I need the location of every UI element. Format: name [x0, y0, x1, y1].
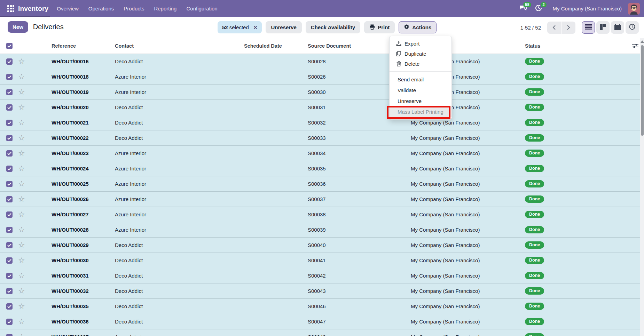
kanban-view-button[interactable] — [596, 21, 610, 34]
status-badge: Done — [525, 303, 544, 310]
menu-configuration[interactable]: Configuration — [183, 3, 221, 14]
list-view-button[interactable] — [582, 21, 595, 34]
menu-item-delete[interactable]: Delete — [390, 59, 451, 69]
menu-item-export[interactable]: Export — [390, 39, 451, 49]
table-row[interactable]: ☆ WH/OUT/00023 Azure Interior S00034 My … — [0, 146, 640, 161]
row-checkbox[interactable] — [6, 74, 13, 80]
table-row[interactable]: ☆ WH/OUT/00024 Azure Interior S00035 My … — [0, 161, 640, 176]
row-checkbox[interactable] — [6, 334, 13, 336]
new-button[interactable]: New — [8, 21, 28, 33]
table-row[interactable]: ☆ WH/OUT/00036 Deco Addict S00047 My Com… — [0, 314, 640, 329]
company-switcher[interactable]: My Company (San Francisco) — [553, 6, 622, 11]
favorite-star-icon[interactable]: ☆ — [15, 303, 25, 310]
favorite-star-icon[interactable]: ☆ — [15, 150, 25, 157]
row-checkbox[interactable] — [6, 303, 13, 310]
scrollbar-up-arrow[interactable] — [641, 40, 644, 43]
favorite-star-icon[interactable]: ☆ — [15, 272, 25, 280]
favorite-star-icon[interactable]: ☆ — [15, 73, 25, 81]
row-checkbox[interactable] — [6, 211, 13, 218]
table-row[interactable]: ☆ WH/OUT/00025 Azure Interior S00036 My … — [0, 176, 640, 192]
favorite-star-icon[interactable]: ☆ — [15, 226, 25, 234]
table-row[interactable]: ☆ WH/OUT/00028 Azure Interior S00039 My … — [0, 222, 640, 238]
optional-columns-icon[interactable] — [631, 43, 640, 49]
vertical-scrollbar[interactable] — [640, 38, 644, 336]
row-checkbox[interactable] — [6, 288, 13, 294]
clear-selection-icon[interactable]: ✕ — [253, 25, 258, 30]
menu-reporting[interactable]: Reporting — [150, 3, 180, 14]
menu-item-mass-label-printing[interactable]: Mass Label Printing — [390, 106, 451, 117]
favorite-star-icon[interactable]: ☆ — [15, 257, 25, 264]
menu-item-duplicate[interactable]: Duplicate — [390, 49, 451, 59]
row-checkbox[interactable] — [6, 181, 13, 187]
table-row[interactable]: ☆ WH/OUT/00030 Deco Addict S00041 My Com… — [0, 253, 640, 268]
favorite-star-icon[interactable]: ☆ — [15, 333, 25, 336]
table-row[interactable]: ☆ WH/OUT/00029 Deco Addict S00040 My Com… — [0, 238, 640, 253]
table-row[interactable]: ☆ WH/OUT/00016 Deco Addict S00028 My Com… — [0, 54, 640, 69]
table-row[interactable]: ☆ WH/OUT/00018 Azure Interior S00026 My … — [0, 69, 640, 85]
favorite-star-icon[interactable]: ☆ — [15, 180, 25, 188]
table-row[interactable]: ☆ WH/OUT/00026 Azure Interior S00037 My … — [0, 192, 640, 207]
row-checkbox[interactable] — [6, 196, 13, 202]
row-checkbox[interactable] — [6, 89, 13, 95]
favorite-star-icon[interactable]: ☆ — [15, 58, 25, 65]
menu-item-validate[interactable]: Validate — [390, 85, 451, 96]
table-row[interactable]: ☆ WH/OUT/00019 Azure Interior S00030 My … — [0, 85, 640, 100]
row-checkbox[interactable] — [6, 120, 13, 126]
table-row[interactable]: ☆ WH/OUT/00021 Deco Addict S00032 My Com… — [0, 115, 640, 130]
row-checkbox[interactable] — [6, 150, 13, 157]
table-row[interactable]: ☆ WH/OUT/00035 Deco Addict S00046 My Com… — [0, 299, 640, 314]
row-checkbox[interactable] — [6, 135, 13, 141]
favorite-star-icon[interactable]: ☆ — [15, 195, 25, 203]
row-checkbox[interactable] — [6, 104, 13, 111]
row-checkbox[interactable] — [6, 273, 13, 279]
table-row[interactable]: ☆ WH/OUT/00020 Deco Addict S00031 My Com… — [0, 100, 640, 115]
check-availability-button[interactable]: Check Availability — [306, 21, 360, 33]
row-contact: Azure Interior — [115, 211, 244, 217]
favorite-star-icon[interactable]: ☆ — [15, 165, 25, 173]
scrollbar-thumb[interactable] — [641, 45, 644, 136]
row-checkbox[interactable] — [6, 242, 13, 248]
favorite-star-icon[interactable]: ☆ — [15, 211, 25, 218]
favorite-star-icon[interactable]: ☆ — [15, 287, 25, 295]
menu-products[interactable]: Products — [120, 3, 148, 14]
user-avatar[interactable] — [628, 3, 640, 15]
menu-overview[interactable]: Overview — [53, 3, 82, 14]
calendar-view-button[interactable] — [611, 21, 624, 34]
activities-button[interactable]: 2 — [533, 3, 544, 14]
row-checkbox[interactable] — [6, 166, 13, 172]
app-title[interactable]: Inventory — [18, 5, 48, 13]
favorite-star-icon[interactable]: ☆ — [15, 104, 25, 111]
table-row[interactable]: ☆ WH/OUT/00027 Azure Interior S00038 My … — [0, 207, 640, 222]
row-reference: WH/OUT/00030 — [31, 257, 115, 263]
row-company: My Company (San Francisco) — [411, 227, 525, 233]
row-checkbox[interactable] — [6, 227, 13, 233]
favorite-star-icon[interactable]: ☆ — [15, 318, 25, 326]
column-header-status[interactable]: Status — [525, 43, 631, 49]
pager-previous-button[interactable] — [547, 22, 561, 34]
favorite-star-icon[interactable]: ☆ — [15, 241, 25, 249]
favorite-star-icon[interactable]: ☆ — [15, 134, 25, 142]
table-row[interactable]: ☆ WH/OUT/00031 Deco Addict S00042 My Com… — [0, 268, 640, 283]
menu-item-unreserve[interactable]: Unreserve — [390, 96, 451, 106]
activity-view-button[interactable] — [626, 21, 639, 34]
unreserve-button[interactable]: Unreserve — [266, 21, 301, 33]
print-button[interactable]: Print — [364, 21, 395, 33]
table-row[interactable]: ☆ WH/OUT/00022 Deco Addict S00033 My Com… — [0, 130, 640, 146]
column-header-reference[interactable]: Reference — [31, 43, 115, 49]
row-checkbox[interactable] — [6, 257, 13, 264]
favorite-star-icon[interactable]: ☆ — [15, 88, 25, 96]
menu-item-send-email[interactable]: Send email — [390, 74, 451, 85]
actions-button[interactable]: Actions — [399, 21, 437, 33]
select-all-checkbox[interactable] — [6, 43, 13, 49]
row-checkbox[interactable] — [6, 319, 13, 325]
menu-operations[interactable]: Operations — [85, 3, 117, 14]
column-header-scheduled-date[interactable]: Scheduled Date — [244, 43, 308, 49]
row-checkbox[interactable] — [6, 58, 13, 65]
pager-next-button[interactable] — [561, 22, 575, 34]
table-row[interactable]: ☆ WH/OUT/00037 Azure Interior S00048 My … — [0, 329, 640, 336]
favorite-star-icon[interactable]: ☆ — [15, 119, 25, 127]
table-row[interactable]: ☆ WH/OUT/00032 Deco Addict S00043 My Com… — [0, 283, 640, 299]
column-header-contact[interactable]: Contact — [115, 43, 244, 49]
apps-grid-icon[interactable] — [4, 2, 17, 15]
messages-button[interactable]: 58 — [517, 3, 529, 14]
